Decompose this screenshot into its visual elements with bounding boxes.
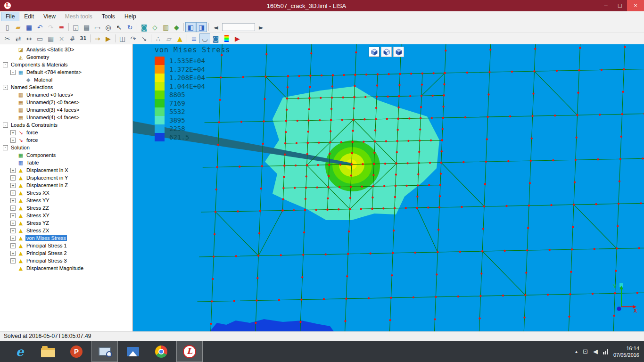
powerpoint-icon[interactable]: P: [63, 341, 90, 362]
view-isometric-button[interactable]: [369, 47, 380, 57]
tree-item-unnamed-2-0-faces[interactable]: ▦Unnamed(2) <0 faces>: [0, 99, 132, 106]
minimize-button[interactable]: –: [599, 0, 613, 11]
expand-expander[interactable]: +: [10, 228, 16, 233]
tree-item-unnamed-4-4-faces[interactable]: ▦Unnamed(4) <4 faces>: [0, 114, 132, 121]
tree-item-displacement-in-y[interactable]: +▲Displacement in Y: [0, 174, 132, 181]
contour-lines-icon[interactable]: ≡: [189, 33, 199, 43]
expand-expander[interactable]: +: [10, 206, 16, 211]
expand-expander[interactable]: +: [10, 138, 16, 143]
shaded-contour-icon[interactable]: ◙: [210, 33, 221, 43]
taskbar-clock[interactable]: 16:14 07/05/2016: [613, 345, 639, 358]
split-view-right-icon[interactable]: ◨: [196, 22, 207, 32]
extrude-icon[interactable]: →: [92, 33, 103, 43]
delete-element-icon[interactable]: ×: [56, 33, 67, 43]
tree-item-unnamed-0-faces[interactable]: ▦Unnamed <0 faces>: [0, 91, 132, 99]
expand-expander[interactable]: +: [10, 130, 16, 135]
next-view-icon[interactable]: ►: [256, 22, 267, 32]
tree-item-force[interactable]: +↘force: [0, 129, 132, 136]
tree-item-stress-xx[interactable]: +▲Stress XX: [0, 189, 132, 197]
undo-icon[interactable]: ↶: [34, 22, 45, 32]
zoom-icon[interactable]: ◎: [103, 22, 114, 32]
hidden-icons-button[interactable]: ▴: [575, 349, 578, 354]
deformed-view-icon[interactable]: ◡: [199, 33, 210, 43]
report-icon[interactable]: ▤: [81, 22, 92, 32]
swap-edges-icon[interactable]: ⇄: [13, 33, 24, 43]
mirror-mesh-icon[interactable]: ◫: [117, 33, 128, 43]
tree-item-stress-xy[interactable]: +▲Stress XY: [0, 212, 132, 219]
collapse-expander[interactable]: -: [10, 70, 16, 75]
tree-item-analysis-static-3d[interactable]: ◪Analysis <Static 3D>: [0, 46, 132, 53]
lisa-icon[interactable]: L: [176, 341, 203, 362]
wireframe-view-icon[interactable]: ◇: [149, 22, 160, 32]
screenshot-icon[interactable]: ▭: [92, 22, 103, 32]
photos-icon[interactable]: [120, 341, 146, 362]
new-file-icon[interactable]: ▯: [2, 22, 13, 32]
tree-item-displacement-magnitude[interactable]: ▲Displacement Magnitude: [0, 264, 132, 272]
tree-item-stress-zx[interactable]: +▲Stress ZX: [0, 227, 132, 234]
expand-expander[interactable]: +: [10, 258, 16, 263]
collapse-expander[interactable]: -: [3, 62, 8, 67]
view-front-button[interactable]: [381, 47, 392, 57]
menu-view[interactable]: View: [39, 12, 60, 21]
tree-item-default-784-elements[interactable]: -▦Default <784 elements>: [0, 68, 132, 76]
change-order-icon[interactable]: 31: [78, 33, 89, 43]
tree-item-principal-stress-1[interactable]: +▲Principal Stress 1: [0, 242, 132, 249]
animate-icon[interactable]: ▶: [232, 33, 243, 43]
menu-file[interactable]: File: [1, 12, 19, 21]
refine-mesh-icon[interactable]: #: [67, 33, 78, 43]
tree-item-stress-yy[interactable]: +▲Stress YY: [0, 197, 132, 204]
menu-mesh-tools[interactable]: Mesh tools: [61, 12, 97, 21]
tree-item-components-materials[interactable]: -Components & Materials: [0, 61, 132, 68]
select-pointer-icon[interactable]: ↖: [114, 22, 124, 32]
shaded-view-icon[interactable]: ◙: [139, 22, 149, 32]
chrome-icon[interactable]: [148, 341, 174, 362]
color-gradient-icon[interactable]: [221, 33, 232, 43]
expand-expander[interactable]: +: [10, 236, 16, 241]
action-center-icon[interactable]: ⊡: [583, 348, 588, 355]
tree-item-force[interactable]: +↘force: [0, 136, 132, 144]
node-display-icon[interactable]: ∴: [153, 33, 164, 43]
expand-expander[interactable]: +: [10, 213, 16, 218]
tree-item-components[interactable]: ▦Components: [0, 151, 132, 159]
save-icon[interactable]: ▦: [24, 22, 34, 32]
menu-tools[interactable]: Tools: [98, 12, 119, 21]
loft-icon[interactable]: ▶: [103, 33, 114, 43]
tree-item-principal-stress-2[interactable]: +▲Principal Stress 2: [0, 249, 132, 257]
view-name-box[interactable]: [222, 23, 255, 31]
expand-expander[interactable]: +: [10, 251, 16, 256]
tree-item-stress-yz[interactable]: +▲Stress YZ: [0, 219, 132, 227]
file-explorer-icon[interactable]: [35, 341, 61, 362]
tree-item-von-mises-stress[interactable]: +▲von Mises Stress: [0, 234, 132, 242]
tree-item-stress-zz[interactable]: +▲Stress ZZ: [0, 204, 132, 212]
tree-item-displacement-in-z[interactable]: +▲Displacement in Z: [0, 181, 132, 189]
viewport-3d[interactable]: von Mises Stress 1.535E+041.372E+041.208…: [133, 44, 644, 331]
solve-icon[interactable]: ≡: [56, 22, 67, 32]
collapse-expander[interactable]: -: [3, 123, 8, 128]
volume-icon[interactable]: ◀: [593, 348, 598, 355]
grid-mesh-icon[interactable]: ▦: [45, 33, 56, 43]
rotate-view-icon[interactable]: ↻: [124, 22, 135, 32]
menu-edit[interactable]: Edit: [20, 12, 38, 21]
expand-expander[interactable]: +: [10, 221, 16, 226]
expand-expander[interactable]: +: [10, 175, 16, 181]
open-file-icon[interactable]: ▰: [13, 22, 24, 32]
element-quality-icon[interactable]: ▲: [174, 33, 185, 43]
face-display-icon[interactable]: ▱: [164, 33, 174, 43]
network-signal-icon[interactable]: [603, 349, 608, 354]
expand-expander[interactable]: +: [10, 190, 16, 196]
copy-image-icon[interactable]: ◱: [70, 22, 81, 32]
collapse-expander[interactable]: -: [3, 145, 8, 150]
close-button[interactable]: ×: [627, 0, 644, 11]
maximize-button[interactable]: □: [613, 0, 627, 11]
scale-mesh-icon[interactable]: ↘: [139, 33, 149, 43]
tree-item-loads-constraints[interactable]: -Loads & Constraints: [0, 121, 132, 129]
view-side-button[interactable]: [393, 47, 404, 57]
tree-item-principal-stress-3[interactable]: +▲Principal Stress 3: [0, 257, 132, 264]
surface-view-icon[interactable]: ◆: [171, 22, 182, 32]
cut-mesh-icon[interactable]: ✂: [2, 33, 13, 43]
rotate-copy-icon[interactable]: ↷: [128, 33, 139, 43]
expand-expander[interactable]: +: [10, 198, 16, 203]
tree-item-table[interactable]: ▦Table: [0, 159, 132, 166]
expand-expander[interactable]: +: [10, 243, 16, 248]
new-element-icon[interactable]: ▭: [34, 33, 45, 43]
